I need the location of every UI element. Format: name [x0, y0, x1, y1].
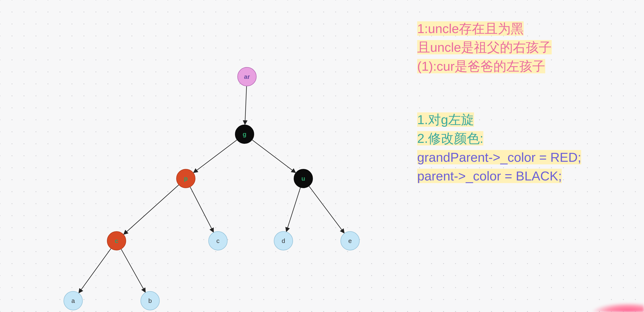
node-g[interactable]: g [235, 125, 254, 144]
node-a[interactable]: a [64, 291, 83, 310]
caption-condition: 1:uncle存在且为黑 且uncle是祖父的右孩子 (1):cur是爸爸的左孩… [417, 19, 552, 75]
svg-line-8 [121, 249, 146, 292]
node-p[interactable]: p [176, 169, 196, 188]
caption-line: grandParent->_color = RED; [417, 150, 581, 164]
caption-line: (1):cur是爸爸的左孩子 [417, 59, 545, 73]
svg-line-2 [252, 140, 296, 173]
svg-line-4 [190, 187, 214, 233]
node-label: u [302, 175, 305, 182]
node-label: d [282, 237, 285, 245]
node-label: c [216, 237, 220, 245]
caption-line: 2.修改颜色: [417, 131, 483, 145]
corner-accent [591, 303, 644, 312]
node-label: b [148, 297, 152, 305]
caption-steps: 1.对g左旋 2.修改颜色: grandParent->_color = RED… [417, 110, 581, 185]
node-label: c [115, 237, 118, 245]
node-label: e [348, 237, 352, 245]
svg-line-7 [79, 249, 111, 293]
node-label: p [184, 175, 188, 182]
caption-line: 1.对g左旋 [417, 112, 474, 127]
caption-line: 1:uncle存在且为黑 [417, 21, 524, 36]
node-b[interactable]: b [140, 291, 160, 310]
svg-line-0 [245, 86, 247, 125]
diagram-canvas: ar g p u c c d e a b 1:uncle存在且为黑 且uncle… [0, 0, 644, 312]
svg-line-6 [309, 186, 344, 233]
node-e[interactable]: e [340, 231, 360, 250]
svg-line-1 [194, 140, 237, 173]
node-c-red[interactable]: c [107, 231, 126, 250]
node-u[interactable]: u [294, 169, 313, 188]
node-label: ar [244, 73, 250, 80]
caption-line: 且uncle是祖父的右孩子 [417, 40, 552, 54]
node-d[interactable]: d [274, 231, 293, 250]
node-label: a [72, 297, 75, 305]
svg-line-3 [124, 185, 179, 234]
node-cc[interactable]: c [208, 231, 228, 250]
svg-line-5 [286, 188, 300, 232]
caption-line: parent->_color = BLACK; [417, 169, 562, 183]
node-label: g [243, 131, 246, 138]
node-ar[interactable]: ar [237, 67, 256, 86]
